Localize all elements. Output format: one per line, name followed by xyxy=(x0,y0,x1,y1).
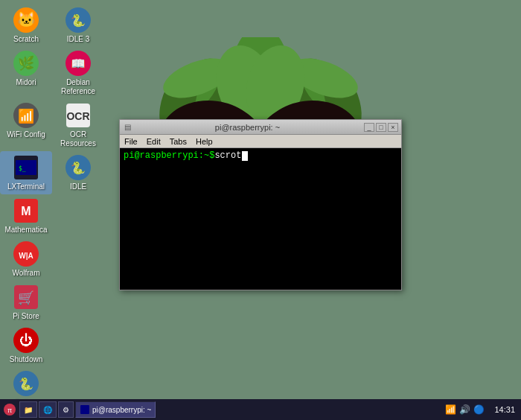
terminal-prompt-text: pi@raspberrypi:~$ xyxy=(124,150,214,161)
terminal-title: pi@raspberrypi: ~ xyxy=(131,123,364,132)
icon-mathematica[interactable]: M Mathematica xyxy=(0,194,52,238)
idle3-label: IDLE 3 xyxy=(67,35,90,44)
icon-debian-ref[interactable]: 📖 Debian Reference xyxy=(52,47,104,99)
ocr-resources-icon: OCR xyxy=(65,102,92,129)
taskbar: π 📁 🌐 ⚙ pi@raspberrypi: ~ 📶 🔊 🔵 14:31 xyxy=(0,399,521,420)
terminal-menu-tabs[interactable]: Tabs xyxy=(168,137,188,146)
icon-pi-store[interactable]: 🛒 Pi Store xyxy=(0,281,52,324)
svg-text:🐍: 🐍 xyxy=(71,161,86,175)
icon-midori[interactable]: 🌿 Midori xyxy=(0,47,52,99)
terminal-close-btn[interactable]: × xyxy=(388,123,398,132)
mathematica-icon: M xyxy=(13,197,39,224)
terminal-menu-edit[interactable]: Edit xyxy=(145,137,162,146)
files-icon: 📁 xyxy=(24,406,33,414)
wifi-config-icon: 📶 xyxy=(13,102,39,129)
scratch-label: Scratch xyxy=(13,35,39,44)
terminal-menu-file[interactable]: File xyxy=(123,137,139,146)
wolfram-label: Wolfram xyxy=(12,269,39,278)
svg-text:W|A: W|A xyxy=(19,252,33,260)
terminal-controls: _ □ × xyxy=(364,123,398,132)
idle-label: IDLE xyxy=(70,182,86,191)
taskbar-clock: 14:31 xyxy=(490,405,520,414)
wolfram-icon: W|A xyxy=(13,241,39,267)
taskbar-window-label: pi@raspberrypi: ~ xyxy=(92,406,151,414)
python-games-icon: 🐍 xyxy=(13,370,39,397)
svg-text:🐍: 🐍 xyxy=(71,13,86,28)
bluetooth-tray-icon: 🔵 xyxy=(473,404,485,415)
wifi-config-label: WiFi Config xyxy=(7,130,45,139)
svg-rect-53 xyxy=(80,405,89,414)
terminal-window: ▤ pi@raspberrypi: ~ _ □ × File Edit Tabs… xyxy=(119,119,402,290)
icon-wolfram[interactable]: W|A Wolfram xyxy=(0,238,52,281)
terminal-body[interactable]: pi@raspberrypi:~$ scrot xyxy=(120,148,401,290)
terminal-menubar: File Edit Tabs Help xyxy=(120,135,401,148)
terminal-minimize-btn[interactable]: _ xyxy=(364,123,374,132)
ocr-resources-label: OCR Resources xyxy=(54,130,103,148)
taskbar-icon-browser[interactable]: 🌐 xyxy=(39,401,57,418)
taskbar-icon-files[interactable]: 📁 xyxy=(19,401,37,418)
terminal-menu-help[interactable]: Help xyxy=(194,137,214,146)
svg-text:⏻: ⏻ xyxy=(19,333,33,348)
desktop-icons: 🐱 Scratch 🐍 IDLE 3 🌿 Midori 📖 xyxy=(0,4,104,419)
icon-shutdown[interactable]: ⏻ Shutdown xyxy=(0,324,52,367)
svg-text:🛒: 🛒 xyxy=(18,290,35,306)
svg-text:🐱: 🐱 xyxy=(17,10,36,28)
terminal-prompt: pi@raspberrypi:~$ scrot xyxy=(124,150,397,161)
icon-ocr-resources[interactable]: OCR OCR Resources xyxy=(52,99,104,151)
scratch-icon: 🐱 xyxy=(13,7,39,34)
settings-icon: ⚙ xyxy=(63,406,69,414)
debian-ref-icon: 📖 xyxy=(65,50,92,77)
volume-tray-icon: 🔊 xyxy=(459,404,470,415)
taskbar-icon-settings[interactable]: ⚙ xyxy=(58,401,74,418)
icon-scratch[interactable]: 🐱 Scratch xyxy=(0,4,52,47)
icon-idle[interactable]: 🐍 IDLE xyxy=(52,151,104,194)
midori-icon: 🌿 xyxy=(13,50,39,77)
svg-text:🌿: 🌿 xyxy=(18,55,35,71)
taskbar-start-button[interactable]: π xyxy=(1,401,18,418)
browser-icon: 🌐 xyxy=(43,406,52,414)
icon-wifi-config[interactable]: 📶 WiFi Config xyxy=(0,99,52,151)
shutdown-icon: ⏻ xyxy=(13,327,39,354)
terminal-maximize-btn[interactable]: □ xyxy=(376,123,386,132)
svg-text:📶: 📶 xyxy=(18,108,35,124)
terminal-cursor xyxy=(242,151,248,161)
terminal-titlebar: ▤ pi@raspberrypi: ~ _ □ × xyxy=(120,120,401,135)
network-tray-icon: 📶 xyxy=(445,404,456,415)
terminal-command-text: scrot xyxy=(214,150,241,161)
debian-ref-label: Debian Reference xyxy=(54,78,103,96)
icon-idle3[interactable]: 🐍 IDLE 3 xyxy=(52,4,104,47)
svg-text:OCR: OCR xyxy=(66,110,89,122)
idle3-icon: 🐍 xyxy=(65,7,92,34)
svg-text:M: M xyxy=(21,205,31,217)
lxterminal-label: LXTerminal xyxy=(7,182,45,191)
svg-text:📖: 📖 xyxy=(71,57,86,71)
idle-icon: 🐍 xyxy=(65,154,92,181)
svg-text:$_: $_ xyxy=(19,165,26,172)
pi-store-icon: 🛒 xyxy=(13,284,39,311)
taskbar-tray: 📶 🔊 🔵 xyxy=(441,404,488,415)
shutdown-label: Shutdown xyxy=(10,355,42,364)
midori-label: Midori xyxy=(16,78,36,87)
taskbar-active-window[interactable]: pi@raspberrypi: ~ xyxy=(75,401,156,418)
icon-lxterminal[interactable]: $_ LXTerminal xyxy=(0,151,52,194)
svg-text:🐍: 🐍 xyxy=(19,377,33,391)
pi-store-label: Pi Store xyxy=(13,312,39,321)
lxterminal-icon: $_ xyxy=(13,154,39,181)
mathematica-label: Mathematica xyxy=(4,226,47,235)
svg-text:π: π xyxy=(7,407,12,414)
